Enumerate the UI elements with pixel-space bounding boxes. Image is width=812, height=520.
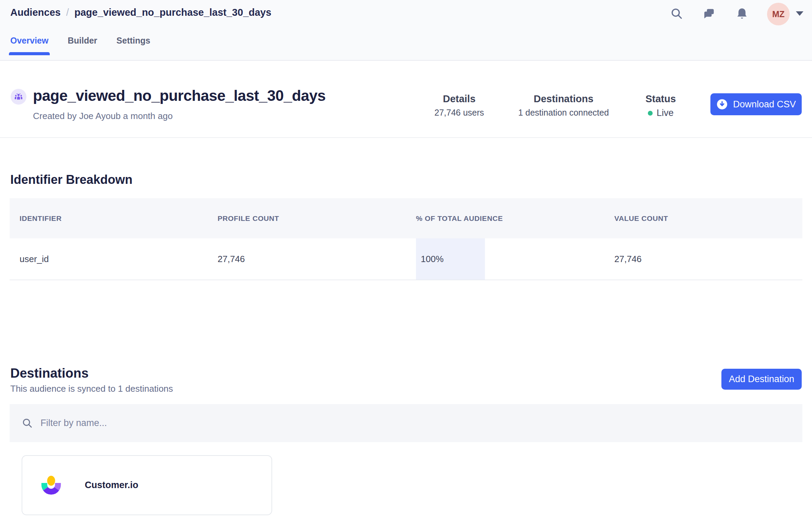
destination-card-customerio[interactable]: Customer.io	[22, 455, 272, 515]
account-menu-chevron-down-icon[interactable]	[796, 11, 803, 16]
audience-icon-badge	[11, 89, 26, 105]
meta-destinations-label: Destinations	[518, 93, 609, 105]
destinations-filter-bar	[10, 404, 802, 442]
download-csv-button[interactable]: Download CSV	[710, 93, 802, 115]
meta-status: Status Live	[646, 93, 676, 118]
cell-pct-of-total: 100%	[406, 238, 604, 280]
meta-destinations: Destinations 1 destination connected	[518, 93, 609, 118]
filter-search-icon	[21, 417, 34, 429]
destinations-section-title: Destinations	[10, 366, 89, 381]
customerio-logo-icon	[39, 473, 63, 498]
tab-bar: Overview Builder Settings	[10, 36, 150, 55]
column-header-identifier: Identifier	[10, 214, 208, 223]
destinations-section-subtitle: This audience is synced to 1 destination…	[10, 383, 173, 394]
table-header-row: Identifier Profile Count % of Total Audi…	[10, 198, 802, 238]
breadcrumb-current-audience: page_viewed_no_purchase_last_30_days	[74, 7, 271, 18]
meta-status-label: Status	[646, 93, 676, 105]
destination-name: Customer.io	[85, 480, 138, 491]
meta-details-value: 27,746 users	[434, 108, 484, 118]
people-group-icon	[14, 92, 23, 102]
column-header-profile-count: Profile Count	[208, 214, 406, 223]
cell-value-count: 27,746	[604, 238, 802, 280]
user-avatar[interactable]: MZ	[767, 3, 790, 25]
meta-details-label: Details	[434, 93, 484, 105]
add-destination-label: Add Destination	[729, 374, 794, 385]
breadcrumb-audiences-link[interactable]: Audiences	[10, 7, 61, 18]
status-live-dot	[648, 111, 652, 116]
identifier-breakdown-title: Identifier Breakdown	[10, 173, 132, 187]
column-header-pct-of-total-audience: % of Total Audience	[406, 214, 604, 223]
meta-status-value: Live	[657, 108, 674, 118]
search-icon[interactable]	[669, 6, 684, 21]
tab-settings[interactable]: Settings	[116, 36, 150, 55]
meta-destinations-value: 1 destination connected	[518, 108, 609, 118]
cell-identifier: user_id	[10, 238, 208, 280]
tab-builder[interactable]: Builder	[68, 36, 97, 55]
chat-icon[interactable]	[701, 6, 717, 21]
table-row: user_id 27,746 100% 27,746	[10, 238, 802, 280]
breadcrumb: Audiences / page_viewed_no_purchase_last…	[10, 7, 271, 18]
breadcrumb-separator: /	[66, 7, 69, 18]
download-csv-label: Download CSV	[733, 99, 796, 110]
download-icon	[716, 98, 728, 110]
user-avatar-initials: MZ	[772, 9, 785, 19]
tab-overview[interactable]: Overview	[10, 36, 48, 55]
filter-by-name-input[interactable]	[40, 404, 802, 442]
meta-details: Details 27,746 users	[434, 93, 484, 118]
cell-profile-count: 27,746	[208, 238, 406, 280]
header-divider	[0, 137, 812, 138]
page-title: page_viewed_no_purchase_last_30_days	[33, 87, 326, 104]
column-header-value-count: Value Count	[604, 214, 802, 223]
identifier-breakdown-table: Identifier Profile Count % of Total Audi…	[10, 198, 802, 280]
top-header-bar: Audiences / page_viewed_no_purchase_last…	[0, 0, 812, 61]
bell-icon[interactable]	[734, 6, 750, 21]
audience-overview-page: Audiences / page_viewed_no_purchase_last…	[0, 0, 812, 520]
add-destination-button[interactable]: Add Destination	[721, 369, 802, 390]
pct-highlight-bar: 100%	[416, 238, 485, 280]
page-subtitle-created-by: Created by Joe Ayoub a month ago	[33, 111, 173, 121]
